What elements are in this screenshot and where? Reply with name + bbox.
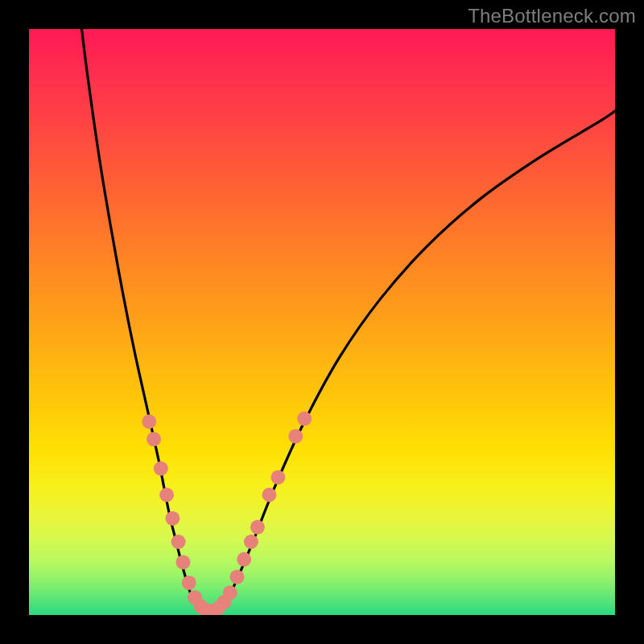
plot-area	[29, 29, 615, 615]
data-marker	[237, 552, 251, 567]
curve-markers	[142, 411, 312, 615]
bottleneck-curve	[82, 29, 615, 613]
data-marker	[297, 411, 312, 426]
data-marker	[229, 570, 244, 584]
data-marker	[142, 415, 156, 429]
curve-layer	[29, 29, 615, 615]
data-marker	[250, 520, 265, 535]
data-marker	[223, 585, 237, 600]
data-marker	[147, 432, 161, 447]
data-marker	[288, 429, 303, 444]
data-marker	[182, 576, 196, 590]
chart-frame: TheBottleneck.com	[0, 0, 644, 644]
data-marker	[154, 461, 168, 476]
data-marker	[171, 535, 186, 549]
data-marker	[165, 511, 180, 526]
data-marker	[244, 535, 258, 549]
data-marker	[159, 488, 174, 502]
watermark-text: TheBottleneck.com	[468, 5, 636, 27]
data-marker	[175, 555, 190, 569]
data-marker	[262, 488, 276, 502]
data-marker	[270, 470, 285, 485]
